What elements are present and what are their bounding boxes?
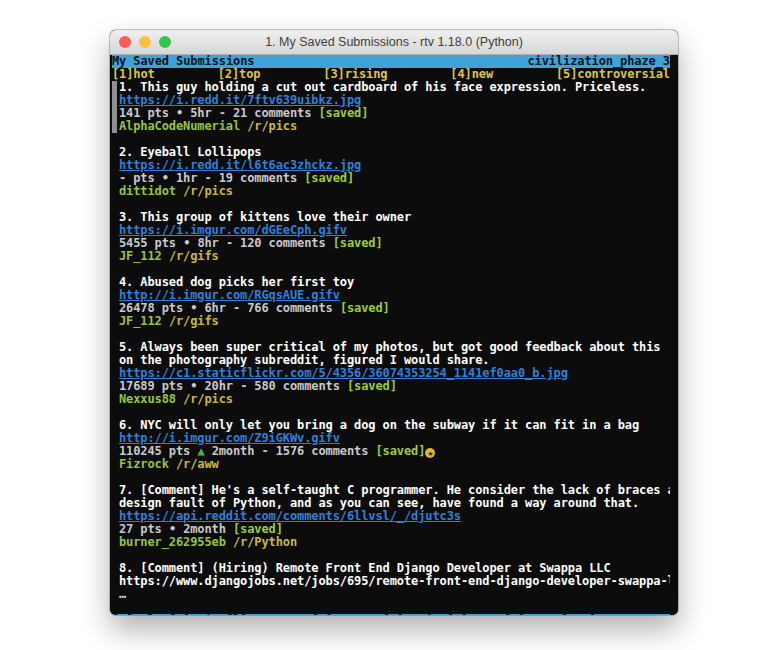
truncation-ellipsis: … [112, 588, 670, 601]
logged-in-username: civilization_phaze_3 [528, 55, 671, 68]
submission-title: 4. Abused dog picks her first toy [112, 276, 670, 289]
points-value: 26478 pts [119, 302, 183, 315]
submission-url[interactable]: http://i.imgur.com/Z9iGKWv.gifv [112, 432, 670, 445]
minimize-button[interactable] [139, 36, 151, 48]
comments-count: - 21 comments [219, 107, 312, 120]
submission-url[interactable]: https://api.reddit.com/comments/6llvsl/_… [112, 510, 670, 523]
gilded-icon: ★ [425, 448, 435, 458]
submission-stats: - pts • 1hr - 19 comments [saved] [112, 172, 670, 185]
upvote-arrow-icon: ▲ [197, 445, 204, 458]
category-bar: [1]hot[2]top[3]rising[4]new[5]controvers… [112, 68, 670, 81]
bullet-separator: • [169, 523, 176, 536]
author-name[interactable]: Fizrock [119, 458, 169, 471]
submission[interactable]: 4. Abused dog picks her first toyhttp://… [112, 276, 678, 328]
submission-stats: 110245 pts ▲ 2month - 1576 comments [sav… [112, 445, 670, 458]
subreddit-name[interactable]: /r/pics [183, 185, 233, 198]
submission-title: 5. Always been super critical of my phot… [112, 341, 670, 354]
close-button[interactable] [119, 36, 131, 48]
saved-badge: [saved] [233, 523, 283, 536]
submission-byline: dittidot /r/pics [112, 185, 670, 198]
submission-title: 6. NYC will only let you bring a dog on … [112, 419, 670, 432]
points-value: 110245 pts [119, 445, 190, 458]
status-bar-top: My Saved Submissions civilization_phaze_… [112, 55, 670, 68]
submission-byline: Nexxus88 /r/pics [112, 393, 670, 406]
author-name[interactable]: AlphaCodeNumerial [119, 120, 240, 133]
points-value: - pts [119, 172, 155, 185]
submission-title: 8. [Comment] (Hiring) Remote Front End D… [112, 562, 670, 575]
submission-url[interactable]: https://c1.staticflickr.com/5/4356/36074… [112, 367, 670, 380]
author-name[interactable]: JF_112 [119, 250, 162, 263]
author-name[interactable]: Nexxus88 [119, 393, 176, 406]
bullet-separator: • [183, 237, 190, 250]
subreddit-name[interactable]: /r/aww [176, 458, 219, 471]
page-title: My Saved Submissions [112, 55, 255, 68]
saved-badge: [saved] [304, 172, 354, 185]
subreddit-name[interactable]: /r/pics [247, 120, 297, 133]
comments-count: - 120 comments [226, 237, 326, 250]
bullet-separator: • [190, 380, 197, 393]
submission-stats: 141 pts • 5hr - 21 comments [saved] [112, 107, 670, 120]
traffic-lights [119, 36, 171, 48]
subreddit-name[interactable]: /r/Python [233, 536, 297, 549]
submission-stats: 26478 pts • 6hr - 766 comments [saved] [112, 302, 670, 315]
author-name[interactable]: burner_262955eb [119, 536, 226, 549]
category-controversial[interactable]: [5]controversial [556, 68, 670, 81]
selection-cursor [112, 81, 117, 133]
submission-stats: 27 pts • 2month [saved] [112, 523, 670, 536]
bullet-separator: • [190, 302, 197, 315]
saved-badge: [saved] [376, 445, 426, 458]
subreddit-name[interactable]: /r/gifs [169, 250, 219, 263]
submission-title: 3. This group of kittens love their owne… [112, 211, 670, 224]
author-name[interactable]: JF_112 [119, 315, 162, 328]
saved-badge: [saved] [347, 380, 397, 393]
submission-url[interactable]: https://i.redd.it/7ftv639uibkz.jpg [112, 94, 670, 107]
submission-stats: 17689 pts • 20hr - 580 comments [saved] [112, 380, 670, 393]
saved-badge: [saved] [340, 302, 390, 315]
submission-url[interactable]: https://i.imgur.com/dGEeCph.gifv [112, 224, 670, 237]
window-title: 1. My Saved Submissions - rtv 1.18.0 (Py… [110, 30, 678, 54]
submission[interactable]: 1. This guy holding a cut out cardboard … [112, 81, 678, 133]
submission-byline: AlphaCodeNumerial /r/pics [112, 120, 670, 133]
points-value: 141 pts [119, 107, 169, 120]
category-top[interactable]: [2]top [218, 68, 261, 81]
age-value: 5hr [190, 107, 211, 120]
submission-byline: JF_112 /r/gifs [112, 315, 670, 328]
submission-title: 1. This guy holding a cut out cardboard … [112, 81, 670, 94]
submission-stats: 5455 pts • 8hr - 120 comments [saved] [112, 237, 670, 250]
submission-title: 7. [Comment] He's a self-taught C progra… [112, 484, 670, 497]
comments-count: - 19 comments [205, 172, 298, 185]
terminal-content: My Saved Submissions civilization_phaze_… [110, 55, 678, 615]
submission-byline: JF_112 /r/gifs [112, 250, 670, 263]
submission[interactable]: 3. This group of kittens love their owne… [112, 211, 678, 263]
category-new[interactable]: [4]new [450, 68, 493, 81]
zoom-button[interactable] [159, 36, 171, 48]
submission-url[interactable]: https://i.redd.it/l6t6ac3zhckz.jpg [112, 159, 670, 172]
subreddit-name[interactable]: /r/gifs [169, 315, 219, 328]
submission[interactable]: 2. Eyeball Lollipopshttps://i.redd.it/l6… [112, 146, 678, 198]
age-value: 2month [212, 445, 255, 458]
category-rising[interactable]: [3]rising [323, 68, 387, 81]
points-value: 5455 pts [119, 237, 176, 250]
submission-title: on the photography subreddit, figured I … [112, 354, 670, 367]
submission-url[interactable]: http://i.imgur.com/RGqsAUE.gifv [112, 289, 670, 302]
submission[interactable]: 8. [Comment] (Hiring) Remote Front End D… [112, 562, 678, 601]
comments-count: - 766 comments [233, 302, 333, 315]
submission[interactable]: 6. NYC will only let you bring a dog on … [112, 419, 678, 471]
submission-title: https://www.djangojobs.net/jobs/695/remo… [112, 575, 670, 588]
age-value: 1hr [176, 172, 197, 185]
submission[interactable]: 7. [Comment] He's a self-taught C progra… [112, 484, 678, 549]
comments-count: - 1576 comments [262, 445, 369, 458]
bullet-separator: • [162, 172, 169, 185]
saved-badge: [saved] [319, 107, 369, 120]
submission-byline: Fizrock /r/aww [112, 458, 670, 471]
category-hot[interactable]: [1]hot [112, 68, 155, 81]
submission[interactable]: 5. Always been super critical of my phot… [112, 341, 678, 406]
age-value: 2month [183, 523, 226, 536]
submission-byline: burner_262955eb /r/Python [112, 536, 670, 549]
submission-title: 2. Eyeball Lollipops [112, 146, 670, 159]
author-name[interactable]: dittidot [119, 185, 176, 198]
age-value: 6hr [205, 302, 226, 315]
bullet-separator: • [176, 107, 183, 120]
subreddit-name[interactable]: /r/pics [183, 393, 233, 406]
comments-count: - 580 comments [240, 380, 340, 393]
